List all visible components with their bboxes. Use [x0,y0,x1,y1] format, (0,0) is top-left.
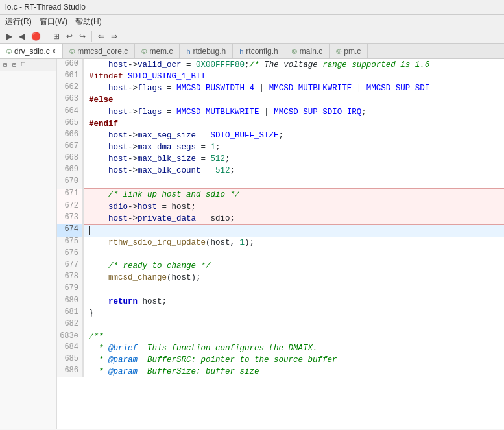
line-number: 663 [57,94,83,106]
line-number: 673 [57,213,83,225]
toolbar-btn-debug[interactable]: 🔴 [29,31,43,42]
line-number: 681 [57,307,83,319]
code-line: host->flags = MMCSD_MUTBLKWRITE | MMCSD_… [83,106,504,118]
tab-icon-mmcsd: © [69,47,75,55]
lp-btn-2[interactable]: ⊟ [10,60,18,69]
menu-bar: 运行(R) 窗口(W) 帮助(H) [0,15,504,29]
tab-icon-drv-sdio: © [6,47,12,55]
table-row: 667 host->max_dma_segs = 1; [57,141,504,153]
code-line: host->flags = MMCSD_BUSWIDTH_4 | MMCSD_M… [83,82,504,94]
menu-window[interactable]: 窗口(W) [40,16,67,27]
tab-label-main: main.c [300,47,322,56]
line-number: 675 [57,237,83,248]
tab-label-rtconfig: rtconfig.h [246,47,278,56]
table-row: 666 host->max_seg_size = SDIO_BUFF_SIZE; [57,130,504,141]
line-number: 685 [57,354,83,366]
tab-pm[interactable]: © pm.c [330,44,368,58]
left-panel-toolbar: ⊟ ⊟ □ [0,59,56,71]
table-row: 664 host->flags = MMCSD_MUTBLKWRITE | MM… [57,106,504,118]
table-row: 682 [57,319,504,331]
toolbar: ▶ ◀ 🔴 ⊞ ↩ ↪ ⇐ ⇒ [0,29,504,44]
tab-icon-mem: © [141,47,147,55]
tab-icon-rtdebug: h [186,47,190,55]
tab-main[interactable]: © main.c [285,44,330,58]
code-line: host->max_blk_count = 512; [83,165,504,176]
table-row-highlighted: 672 sdio->host = host; [57,201,504,213]
tab-drv-sdio[interactable]: © drv_sdio.c ☓ [0,44,63,59]
code-line: /* link up host and sdio */ [83,189,504,201]
tab-bar: © drv_sdio.c ☓ © mmcsd_core.c © mem.c h … [0,44,504,59]
toolbar-btn-1[interactable]: ▶ [4,31,15,42]
left-panel: ⊟ ⊟ □ [0,59,57,429]
table-row: 669 host->max_blk_count = 512; [57,165,504,176]
code-line: mmcsd_change(host); [83,272,504,283]
tab-mem[interactable]: © mem.c [135,44,180,58]
table-row: 676 [57,248,504,260]
line-number: 661 [57,71,83,82]
table-row: 679 [57,283,504,295]
table-row: 663 #else [57,94,504,106]
code-line: host->max_blk_size = 512; [83,153,504,165]
code-line: host->private_data = sdio; [83,213,504,225]
table-row: 683⊖ /** [57,331,504,342]
tab-rtconfig[interactable]: h rtconfig.h [233,44,285,58]
toolbar-btn-6[interactable]: ⇐ [95,31,107,42]
line-number: 682 [57,319,83,331]
line-number: 684 [57,342,83,354]
tab-label-mem: mem.c [149,47,173,56]
line-number: 668 [57,153,83,165]
table-row-cursor: 674 [57,224,504,237]
table-row: 660 host->valid_ocr = 0X00FFFF80;/* The … [57,59,504,71]
table-row: 684 * @brief This function configures th… [57,342,504,354]
code-line: sdio->host = host; [83,201,504,213]
code-line: * @param BufferSRC: pointer to the sourc… [83,354,504,366]
tab-mmcsd-core[interactable]: © mmcsd_core.c [63,44,135,58]
line-number: 677 [57,260,83,272]
toolbar-btn-5[interactable]: ↪ [77,31,88,42]
code-line: /* ready to change */ [83,260,504,272]
line-number: 676 [57,248,83,260]
tab-label-mmcsd: mmcsd_core.c [77,47,128,56]
toolbar-btn-2[interactable]: ◀ [16,31,27,42]
code-line: host->valid_ocr = 0X00FFFF80;/* The volt… [83,59,504,71]
code-line: #else [83,94,504,106]
table-row: 661 #ifndef SDIO_USING_1_BIT [57,71,504,82]
toolbar-btn-3[interactable]: ⊞ [51,31,62,42]
window-title: io.c - RT-Thread Studio [5,3,86,12]
table-row: 675 rthw_sdio_irq_update(host, 1); [57,237,504,248]
code-table: 660 host->valid_ocr = 0X00FFFF80;/* The … [57,59,504,377]
toolbar-btn-7[interactable]: ⇒ [108,31,120,42]
lp-btn-1[interactable]: ⊟ [1,60,9,69]
code-line: #ifndef SDIO_USING_1_BIT [83,71,504,82]
menu-run[interactable]: 运行(R) [5,16,32,27]
tab-rtdebug[interactable]: h rtdebug.h [180,44,233,58]
line-number: 679 [57,283,83,295]
title-bar: io.c - RT-Thread Studio [0,0,504,15]
code-line: rthw_sdio_irq_update(host, 1); [83,237,504,248]
line-number: 671 [57,189,83,201]
line-number: 672 [57,201,83,213]
code-line: } [83,307,504,319]
code-editor: ⊟ ⊟ □ 660 host->valid_ocr = 0X00FFFF80;/… [0,59,504,429]
code-line: host->max_dma_segs = 1; [83,141,504,153]
toolbar-separator-2 [91,31,92,42]
line-number: 678 [57,272,83,283]
line-number: 674 [57,224,83,237]
table-row: 681 } [57,307,504,319]
menu-help[interactable]: 帮助(H) [75,16,102,27]
table-row: 680 return host; [57,296,504,307]
tab-icon-rtconfig: h [239,47,243,55]
code-line: host->max_seg_size = SDIO_BUFF_SIZE; [83,130,504,141]
code-line: * @brief This function configures the DM… [83,342,504,354]
code-area[interactable]: 660 host->valid_ocr = 0X00FFFF80;/* The … [57,59,504,429]
line-number: 670 [57,176,83,189]
tab-label-drv-sdio: drv_sdio.c ☓ [14,47,56,56]
line-number: 686 [57,366,83,377]
lp-btn-3[interactable]: □ [19,60,27,69]
code-line: /** [83,331,504,342]
tab-icon-main: © [292,47,297,55]
table-row: 685 * @param BufferSRC: pointer to the s… [57,354,504,366]
table-row: 677 /* ready to change */ [57,260,504,272]
toolbar-btn-4[interactable]: ↩ [64,31,75,42]
code-line: return host; [83,296,504,307]
